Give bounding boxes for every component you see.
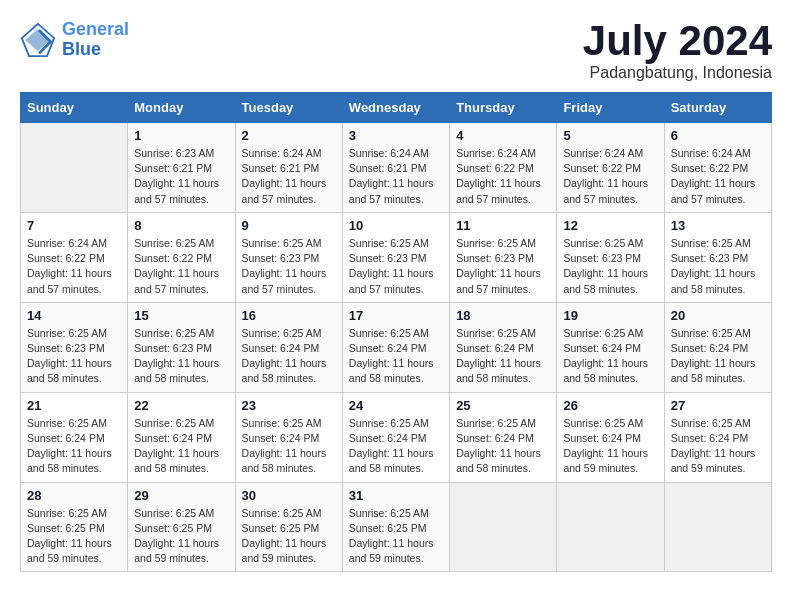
location-subtitle: Padangbatung, Indonesia	[583, 64, 772, 82]
calendar-cell: 12Sunrise: 6:25 AMSunset: 6:23 PMDayligh…	[557, 212, 664, 302]
cell-info: Sunrise: 6:25 AMSunset: 6:25 PMDaylight:…	[134, 506, 228, 567]
calendar-cell: 1Sunrise: 6:23 AMSunset: 6:21 PMDaylight…	[128, 123, 235, 213]
cell-info: Sunrise: 6:25 AMSunset: 6:24 PMDaylight:…	[242, 416, 336, 477]
cell-info: Sunrise: 6:25 AMSunset: 6:24 PMDaylight:…	[671, 326, 765, 387]
cell-info: Sunrise: 6:25 AMSunset: 6:24 PMDaylight:…	[456, 326, 550, 387]
cell-info: Sunrise: 6:23 AMSunset: 6:21 PMDaylight:…	[134, 146, 228, 207]
calendar-cell: 11Sunrise: 6:25 AMSunset: 6:23 PMDayligh…	[450, 212, 557, 302]
day-number: 8	[134, 218, 228, 233]
day-number: 24	[349, 398, 443, 413]
calendar-cell: 29Sunrise: 6:25 AMSunset: 6:25 PMDayligh…	[128, 482, 235, 572]
day-number: 3	[349, 128, 443, 143]
calendar-cell: 22Sunrise: 6:25 AMSunset: 6:24 PMDayligh…	[128, 392, 235, 482]
logo: General Blue	[20, 20, 129, 60]
calendar-cell: 31Sunrise: 6:25 AMSunset: 6:25 PMDayligh…	[342, 482, 449, 572]
calendar-week-1: 1Sunrise: 6:23 AMSunset: 6:21 PMDaylight…	[21, 123, 772, 213]
calendar-cell: 6Sunrise: 6:24 AMSunset: 6:22 PMDaylight…	[664, 123, 771, 213]
cell-info: Sunrise: 6:25 AMSunset: 6:23 PMDaylight:…	[671, 236, 765, 297]
day-header-tuesday: Tuesday	[235, 93, 342, 123]
day-header-saturday: Saturday	[664, 93, 771, 123]
calendar-cell: 26Sunrise: 6:25 AMSunset: 6:24 PMDayligh…	[557, 392, 664, 482]
calendar-cell	[450, 482, 557, 572]
cell-info: Sunrise: 6:25 AMSunset: 6:25 PMDaylight:…	[349, 506, 443, 567]
day-number: 18	[456, 308, 550, 323]
cell-info: Sunrise: 6:25 AMSunset: 6:23 PMDaylight:…	[349, 236, 443, 297]
calendar-cell: 16Sunrise: 6:25 AMSunset: 6:24 PMDayligh…	[235, 302, 342, 392]
cell-info: Sunrise: 6:25 AMSunset: 6:24 PMDaylight:…	[349, 416, 443, 477]
day-number: 15	[134, 308, 228, 323]
day-number: 27	[671, 398, 765, 413]
day-number: 30	[242, 488, 336, 503]
day-number: 11	[456, 218, 550, 233]
calendar-week-5: 28Sunrise: 6:25 AMSunset: 6:25 PMDayligh…	[21, 482, 772, 572]
day-number: 9	[242, 218, 336, 233]
calendar-cell: 15Sunrise: 6:25 AMSunset: 6:23 PMDayligh…	[128, 302, 235, 392]
day-header-thursday: Thursday	[450, 93, 557, 123]
day-number: 5	[563, 128, 657, 143]
calendar-cell: 28Sunrise: 6:25 AMSunset: 6:25 PMDayligh…	[21, 482, 128, 572]
calendar-week-2: 7Sunrise: 6:24 AMSunset: 6:22 PMDaylight…	[21, 212, 772, 302]
calendar-cell: 20Sunrise: 6:25 AMSunset: 6:24 PMDayligh…	[664, 302, 771, 392]
cell-info: Sunrise: 6:25 AMSunset: 6:24 PMDaylight:…	[456, 416, 550, 477]
cell-info: Sunrise: 6:25 AMSunset: 6:25 PMDaylight:…	[27, 506, 121, 567]
days-header-row: SundayMondayTuesdayWednesdayThursdayFrid…	[21, 93, 772, 123]
day-number: 31	[349, 488, 443, 503]
day-number: 7	[27, 218, 121, 233]
cell-info: Sunrise: 6:25 AMSunset: 6:24 PMDaylight:…	[349, 326, 443, 387]
calendar-cell: 27Sunrise: 6:25 AMSunset: 6:24 PMDayligh…	[664, 392, 771, 482]
cell-info: Sunrise: 6:25 AMSunset: 6:23 PMDaylight:…	[27, 326, 121, 387]
cell-info: Sunrise: 6:25 AMSunset: 6:24 PMDaylight:…	[242, 326, 336, 387]
day-number: 6	[671, 128, 765, 143]
cell-info: Sunrise: 6:25 AMSunset: 6:24 PMDaylight:…	[671, 416, 765, 477]
day-number: 20	[671, 308, 765, 323]
day-number: 4	[456, 128, 550, 143]
day-number: 16	[242, 308, 336, 323]
cell-info: Sunrise: 6:25 AMSunset: 6:25 PMDaylight:…	[242, 506, 336, 567]
calendar-cell	[21, 123, 128, 213]
calendar-cell: 19Sunrise: 6:25 AMSunset: 6:24 PMDayligh…	[557, 302, 664, 392]
cell-info: Sunrise: 6:25 AMSunset: 6:23 PMDaylight:…	[242, 236, 336, 297]
page-header: General Blue July 2024 Padangbatung, Ind…	[20, 20, 772, 82]
calendar-cell: 2Sunrise: 6:24 AMSunset: 6:21 PMDaylight…	[235, 123, 342, 213]
calendar-cell: 5Sunrise: 6:24 AMSunset: 6:22 PMDaylight…	[557, 123, 664, 213]
logo-text: General Blue	[62, 20, 129, 60]
cell-info: Sunrise: 6:24 AMSunset: 6:22 PMDaylight:…	[671, 146, 765, 207]
day-header-friday: Friday	[557, 93, 664, 123]
day-number: 1	[134, 128, 228, 143]
day-number: 2	[242, 128, 336, 143]
cell-info: Sunrise: 6:25 AMSunset: 6:24 PMDaylight:…	[134, 416, 228, 477]
calendar-cell: 18Sunrise: 6:25 AMSunset: 6:24 PMDayligh…	[450, 302, 557, 392]
day-number: 22	[134, 398, 228, 413]
calendar-cell: 25Sunrise: 6:25 AMSunset: 6:24 PMDayligh…	[450, 392, 557, 482]
calendar-cell: 3Sunrise: 6:24 AMSunset: 6:21 PMDaylight…	[342, 123, 449, 213]
cell-info: Sunrise: 6:25 AMSunset: 6:24 PMDaylight:…	[27, 416, 121, 477]
cell-info: Sunrise: 6:25 AMSunset: 6:22 PMDaylight:…	[134, 236, 228, 297]
day-number: 13	[671, 218, 765, 233]
calendar-cell: 13Sunrise: 6:25 AMSunset: 6:23 PMDayligh…	[664, 212, 771, 302]
day-header-monday: Monday	[128, 93, 235, 123]
calendar-cell: 17Sunrise: 6:25 AMSunset: 6:24 PMDayligh…	[342, 302, 449, 392]
calendar-cell: 14Sunrise: 6:25 AMSunset: 6:23 PMDayligh…	[21, 302, 128, 392]
cell-info: Sunrise: 6:25 AMSunset: 6:24 PMDaylight:…	[563, 416, 657, 477]
calendar-cell: 24Sunrise: 6:25 AMSunset: 6:24 PMDayligh…	[342, 392, 449, 482]
day-number: 10	[349, 218, 443, 233]
day-number: 14	[27, 308, 121, 323]
calendar-cell: 8Sunrise: 6:25 AMSunset: 6:22 PMDaylight…	[128, 212, 235, 302]
calendar-cell: 9Sunrise: 6:25 AMSunset: 6:23 PMDaylight…	[235, 212, 342, 302]
day-header-wednesday: Wednesday	[342, 93, 449, 123]
logo-icon	[20, 22, 56, 58]
month-title: July 2024	[583, 20, 772, 62]
calendar-week-3: 14Sunrise: 6:25 AMSunset: 6:23 PMDayligh…	[21, 302, 772, 392]
logo-line1: General	[62, 19, 129, 39]
cell-info: Sunrise: 6:24 AMSunset: 6:21 PMDaylight:…	[349, 146, 443, 207]
day-number: 17	[349, 308, 443, 323]
calendar-cell: 4Sunrise: 6:24 AMSunset: 6:22 PMDaylight…	[450, 123, 557, 213]
calendar-cell: 23Sunrise: 6:25 AMSunset: 6:24 PMDayligh…	[235, 392, 342, 482]
day-header-sunday: Sunday	[21, 93, 128, 123]
calendar-week-4: 21Sunrise: 6:25 AMSunset: 6:24 PMDayligh…	[21, 392, 772, 482]
cell-info: Sunrise: 6:25 AMSunset: 6:23 PMDaylight:…	[563, 236, 657, 297]
cell-info: Sunrise: 6:24 AMSunset: 6:22 PMDaylight:…	[456, 146, 550, 207]
cell-info: Sunrise: 6:24 AMSunset: 6:22 PMDaylight:…	[563, 146, 657, 207]
calendar-cell: 7Sunrise: 6:24 AMSunset: 6:22 PMDaylight…	[21, 212, 128, 302]
cell-info: Sunrise: 6:24 AMSunset: 6:21 PMDaylight:…	[242, 146, 336, 207]
